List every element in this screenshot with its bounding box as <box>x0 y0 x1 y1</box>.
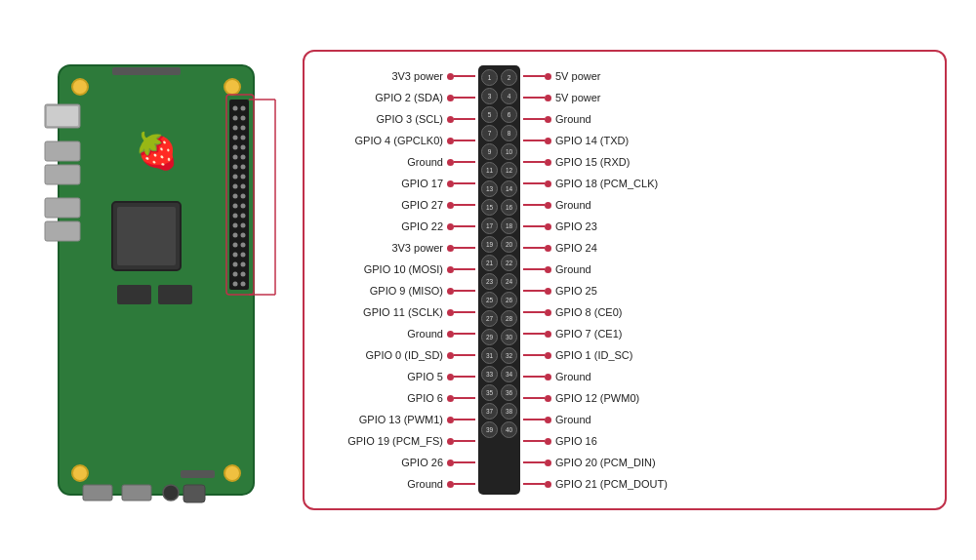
left-pin-dot <box>447 387 475 409</box>
right-pin-dot <box>523 130 551 151</box>
left-pin-dot <box>447 301 475 323</box>
left-pin-dot <box>447 108 475 130</box>
connector-pin-pair: 13 14 <box>481 180 517 197</box>
pin-circle-right: 2 <box>501 69 517 86</box>
svg-point-14 <box>241 136 246 140</box>
right-pin-dot <box>523 65 551 87</box>
pin-circle-left: 3 <box>481 88 498 104</box>
svg-point-41 <box>233 272 238 277</box>
pin-label-left: GPIO 4 (GPCLK0) <box>320 130 447 151</box>
right-pin-dot <box>523 259 551 280</box>
pin-circle-right: 38 <box>501 403 517 420</box>
svg-point-32 <box>241 223 246 228</box>
pinout-diagram: 3V3 powerGPIO 2 (SDA)GPIO 3 (SCL)GPIO 4 … <box>303 50 947 510</box>
svg-point-27 <box>233 204 238 209</box>
pin-label-left: GPIO 11 (SCLK) <box>320 301 447 323</box>
connector-pin-pair: 11 12 <box>481 162 517 179</box>
left-pin-dot <box>447 65 475 87</box>
left-pin-dot <box>447 194 475 216</box>
pin-label-right: Ground <box>551 259 678 280</box>
pin-circle-right: 30 <box>501 329 517 345</box>
connector-pin-pair: 35 36 <box>481 384 517 401</box>
connector-pin-pair: 3 4 <box>481 88 517 104</box>
pin-label-right: GPIO 1 (ID_SC) <box>551 344 678 366</box>
svg-point-38 <box>241 253 246 258</box>
svg-point-37 <box>233 253 238 258</box>
left-pin-dot <box>447 259 475 280</box>
left-labels: 3V3 powerGPIO 2 (SDA)GPIO 3 (SCL)GPIO 4 … <box>320 65 447 495</box>
pin-circle-right: 6 <box>501 106 517 123</box>
pin-label-right: GPIO 16 <box>551 430 678 452</box>
left-pin-dot <box>447 173 475 194</box>
svg-text:🍓: 🍓 <box>135 130 179 172</box>
pin-label-left: Ground <box>320 473 447 495</box>
pin-circle-right: 10 <box>501 143 517 160</box>
pin-label-right: Ground <box>551 194 678 216</box>
pin-circle-left: 15 <box>481 199 498 216</box>
svg-point-30 <box>241 214 246 219</box>
pin-circle-right: 36 <box>501 384 517 401</box>
pin-circle-right: 26 <box>501 292 517 308</box>
pin-circle-right: 34 <box>501 366 517 382</box>
pin-label-right: GPIO 23 <box>551 216 678 237</box>
pin-layout: 3V3 powerGPIO 2 (SDA)GPIO 3 (SCL)GPIO 4 … <box>320 65 929 495</box>
pin-circle-left: 29 <box>481 329 498 345</box>
svg-point-29 <box>233 214 238 219</box>
svg-rect-58 <box>122 485 151 500</box>
connector-pin-pair: 1 2 <box>481 69 517 86</box>
svg-point-1 <box>72 79 88 95</box>
right-pin-dot <box>523 237 551 259</box>
svg-rect-47 <box>47 106 78 126</box>
svg-point-17 <box>233 155 238 160</box>
pin-label-right: GPIO 18 (PCM_CLK) <box>551 173 678 194</box>
svg-rect-60 <box>183 485 205 502</box>
left-pin-dot <box>447 409 475 430</box>
pin-circle-right: 40 <box>501 421 517 438</box>
pin-label-left: GPIO 5 <box>320 366 447 387</box>
right-pin-dot <box>523 452 551 473</box>
left-pin-dot <box>447 280 475 301</box>
pin-circle-left: 1 <box>481 69 498 86</box>
pin-label-right: GPIO 8 (CE0) <box>551 301 678 323</box>
right-dots <box>523 65 551 495</box>
pin-circle-right: 32 <box>501 347 517 364</box>
left-pin-dot <box>447 366 475 387</box>
pin-circle-right: 28 <box>501 310 517 327</box>
pin-circle-left: 33 <box>481 366 498 382</box>
pin-label-left: GPIO 9 (MISO) <box>320 280 447 301</box>
pin-label-left: GPIO 3 (SCL) <box>320 108 447 130</box>
pin-circle-left: 27 <box>481 310 498 327</box>
pin-label-right: Ground <box>551 366 678 387</box>
pin-circle-right: 16 <box>501 199 517 216</box>
left-pin-dot <box>447 473 475 495</box>
right-pin-dot <box>523 366 551 387</box>
connector-pin-pair: 33 34 <box>481 366 517 382</box>
svg-point-13 <box>233 136 238 140</box>
pin-label-left: GPIO 0 (ID_SD) <box>320 344 447 366</box>
pin-circle-left: 7 <box>481 125 498 141</box>
pin-label-right: GPIO 21 (PCM_DOUT) <box>551 473 678 495</box>
pin-label-right: GPIO 20 (PCM_DIN) <box>551 452 678 473</box>
connector-pin-pair: 5 6 <box>481 106 517 123</box>
svg-point-11 <box>233 126 238 131</box>
svg-point-21 <box>233 175 238 180</box>
svg-rect-49 <box>45 165 80 184</box>
pin-circle-left: 37 <box>481 403 498 420</box>
svg-point-26 <box>241 194 246 199</box>
rpi-board-section: 🍓 <box>29 46 283 514</box>
svg-point-23 <box>233 184 238 189</box>
pin-label-left: Ground <box>320 323 447 344</box>
pin-label-left: 3V3 power <box>320 237 447 259</box>
pin-circle-right: 18 <box>501 218 517 234</box>
right-pin-dot <box>523 301 551 323</box>
pin-label-left: GPIO 19 (PCM_FS) <box>320 430 447 452</box>
connector-pin-pair: 31 32 <box>481 347 517 364</box>
connector-pin-pair: 29 30 <box>481 329 517 345</box>
pin-label-left: GPIO 10 (MOSI) <box>320 259 447 280</box>
svg-rect-56 <box>158 285 192 304</box>
pin-circle-left: 39 <box>481 421 498 438</box>
pin-label-left: GPIO 6 <box>320 387 447 409</box>
left-pin-dot <box>447 344 475 366</box>
svg-rect-61 <box>181 470 215 478</box>
pin-circle-left: 25 <box>481 292 498 308</box>
